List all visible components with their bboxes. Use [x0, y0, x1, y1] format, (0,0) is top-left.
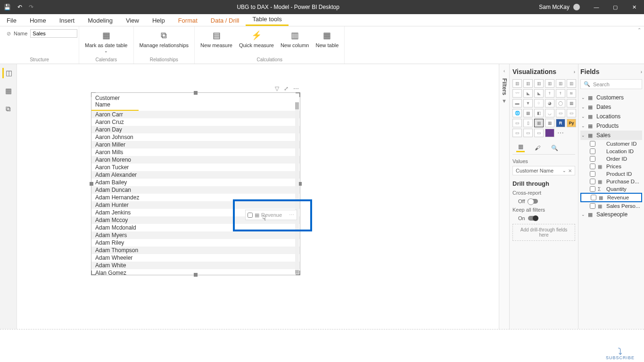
viz-area[interactable]: ◣ [523, 89, 533, 98]
fields-tab-icon[interactable]: ▦ [516, 144, 525, 152]
chevron-right-icon[interactable]: › [641, 69, 642, 74]
file-menu[interactable]: File [0, 15, 23, 26]
cross-report-toggle[interactable] [528, 199, 538, 204]
analytics-tab-icon[interactable]: 🔍 [550, 144, 559, 152]
viz-multi-card[interactable]: ▭ [567, 109, 576, 117]
table-row[interactable]: Aaron Cruz [91, 118, 300, 126]
viz-kpi[interactable]: ▭ [512, 119, 522, 127]
field-location-id[interactable]: Location ID [580, 148, 642, 155]
viz-scatter[interactable]: ⁘ [534, 99, 544, 107]
viz-key-influencers[interactable]: ▭ [512, 129, 522, 137]
viz-pie[interactable]: ◕ [545, 99, 554, 107]
keep-filters-toggle[interactable] [528, 216, 538, 221]
viz-100-bar[interactable]: ▥ [556, 79, 565, 88]
drag-chip[interactable]: ▦ Revenue ⋯ [245, 210, 297, 220]
table-row[interactable]: Adam White [91, 262, 300, 269]
viz-stacked-bar[interactable]: ▥ [512, 79, 522, 88]
field-quantity[interactable]: ΣQuantity [580, 185, 642, 193]
table-row[interactable]: Adam Bailey [91, 179, 300, 186]
viz-decomp[interactable]: ▭ [523, 129, 533, 137]
minimize-button[interactable]: — [588, 0, 604, 14]
tab-home[interactable]: Home [23, 15, 53, 26]
model-view-icon[interactable]: ⧉ [3, 104, 14, 114]
data-view-icon[interactable]: ▦ [3, 86, 14, 96]
viz-stacked-col[interactable]: ▥ [523, 79, 533, 88]
viz-funnel[interactable]: ▼ [523, 99, 533, 107]
tab-insert[interactable]: Insert [53, 15, 82, 26]
viz-gauge[interactable]: ◡ [545, 109, 554, 117]
field-order-id[interactable]: Order ID [580, 155, 642, 163]
viz-map[interactable]: 🌐 [512, 109, 522, 117]
table-row[interactable]: Adam Thompson [91, 247, 300, 254]
search-input[interactable]: 🔍 Search [580, 79, 642, 89]
subscribe-label[interactable]: SUBSCRIBE [606, 355, 635, 360]
new-table-button[interactable]: ▦ New table [313, 28, 341, 50]
focus-icon[interactable]: ⤢ [284, 85, 289, 92]
viz-qa[interactable]: ▭ [534, 129, 544, 137]
drill-dropzone[interactable]: Add drill-through fields here [512, 224, 575, 241]
field-revenue[interactable]: ▦Revenue [580, 193, 642, 202]
viz-table[interactable]: ▦ [534, 119, 544, 127]
field-sales-perso---[interactable]: ▦Sales Perso... [580, 202, 642, 210]
table-row[interactable]: Adam Myers [91, 231, 300, 239]
viz-waterfall[interactable]: ▬ [512, 99, 522, 107]
save-icon[interactable]: 💾 [4, 4, 11, 10]
format-tab-icon[interactable]: 🖌 [533, 144, 542, 152]
viz-card[interactable]: ▭ [556, 109, 565, 117]
close-button[interactable]: ✕ [626, 0, 642, 14]
remove-field-icon[interactable]: ✕ [568, 168, 572, 173]
viz-line[interactable]: 〰 [512, 89, 522, 98]
tab-data-drill[interactable]: Data / Drill [204, 15, 246, 26]
manage-relationships-button[interactable]: ⧉ Manage relationships [137, 28, 192, 50]
avatar[interactable] [573, 4, 580, 10]
report-view-icon[interactable]: ◫ [2, 68, 13, 78]
chevron-down-icon[interactable]: ⌄ [562, 168, 566, 173]
chevron-right-icon[interactable]: › [574, 69, 575, 74]
undo-icon[interactable]: ↶ [17, 4, 22, 10]
more-icon[interactable]: ⋯ [293, 85, 299, 92]
viz-ribbon[interactable]: ≋ [567, 89, 576, 98]
table-sales[interactable]: ⌄▦Sales [580, 131, 642, 140]
table-row[interactable]: Adam Wheeler [91, 254, 300, 262]
maximize-button[interactable]: ▢ [607, 0, 623, 14]
viz-line-col[interactable]: ⫯ [545, 89, 554, 98]
tab-table-tools[interactable]: Table tools [246, 14, 288, 26]
field-product-id[interactable]: Product ID [580, 170, 642, 178]
table-row[interactable]: Alan Gomez [91, 269, 300, 275]
table-row[interactable]: Aaron Mills [91, 148, 300, 156]
tab-view[interactable]: View [119, 15, 146, 26]
expand-filters-icon[interactable]: ‹ [504, 68, 505, 74]
redo-icon[interactable]: ↷ [29, 4, 33, 10]
field-prices[interactable]: ▦Prices [580, 163, 642, 170]
scrollbar[interactable] [295, 102, 299, 274]
viz-slicer[interactable]: ▯ [523, 119, 533, 127]
table-row[interactable]: Aaron Moreno [91, 156, 300, 164]
mark-as-date-button[interactable]: ▦ Mark as date table⌄ [82, 28, 131, 56]
field-customer-id[interactable]: Customer ID [580, 140, 642, 148]
table-customers[interactable]: ⌄▦Customers [580, 93, 642, 102]
tab-help[interactable]: Help [146, 15, 172, 26]
new-measure-button[interactable]: ▤ New measure [198, 28, 235, 50]
table-products[interactable]: ⌄▦Products [580, 121, 642, 131]
viz-filled-map[interactable]: ▩ [523, 109, 533, 117]
ribbon-collapse-icon[interactable]: ⌃ [637, 27, 641, 33]
viz-donut[interactable]: ◯ [556, 99, 565, 107]
new-column-button[interactable]: ▥ New column [278, 28, 312, 50]
quick-measure-button[interactable]: ⚡ Quick measure [236, 28, 277, 50]
table-row[interactable]: Aaron Tucker [91, 164, 300, 171]
column-header[interactable]: Customer Name [91, 93, 139, 111]
viz-matrix[interactable]: ▦ [545, 119, 554, 127]
field-purchase-d---[interactable]: ▦Purchase D... [580, 178, 642, 185]
table-salespeople[interactable]: ⌄▦Salespeople [580, 210, 642, 219]
table-visual[interactable]: ▽ ⤢ ⋯ Customer Name Aaron CarrAaron Cruz… [91, 92, 300, 275]
value-field-well[interactable]: Customer Name ⌄ ✕ [512, 166, 575, 175]
viz-line-col2[interactable]: ⫯ [556, 89, 565, 98]
viz-more[interactable]: ⋯ [556, 129, 565, 137]
filter-icon[interactable]: ▽ [275, 85, 279, 92]
viz-shape-map[interactable]: ◧ [534, 109, 544, 117]
table-row[interactable]: Aaron Day [91, 126, 300, 133]
table-row[interactable]: Aaron Carr [91, 111, 300, 118]
viz-clustered-col[interactable]: ▥ [545, 79, 554, 88]
tab-format[interactable]: Format [172, 15, 204, 26]
viz-clustered-bar[interactable]: ▥ [534, 79, 544, 88]
